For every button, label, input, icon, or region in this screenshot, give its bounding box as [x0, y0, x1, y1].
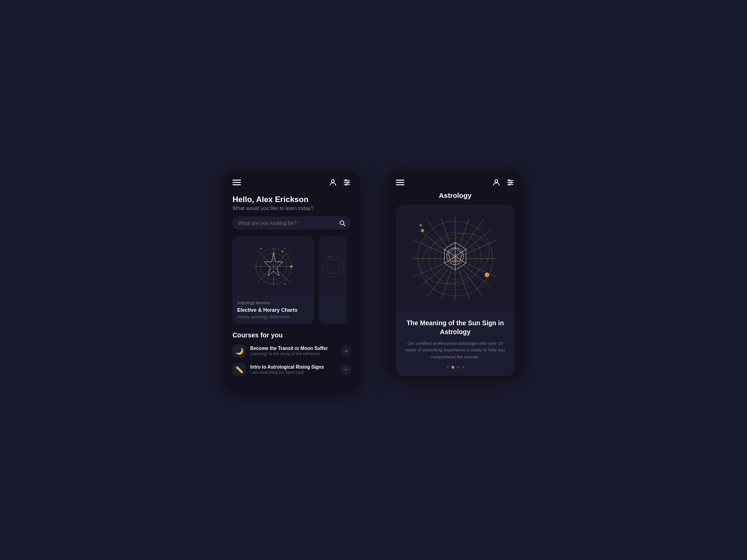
svg-point-28 [495, 180, 498, 182]
svg-line-36 [455, 220, 483, 259]
svg-text:✦: ✦ [418, 222, 423, 229]
phone-1: Hello, Alex Erickson What would you like… [224, 170, 359, 390]
phone2-page-title: Astrology [388, 191, 523, 205]
dot-1[interactable] [451, 366, 454, 369]
dot-3[interactable] [462, 366, 465, 369]
svg-point-4 [345, 180, 346, 181]
svg-point-25 [322, 256, 344, 278]
course-sub-0: Astrology is the study of the influence [250, 351, 336, 356]
sliders-icon-2[interactable] [506, 178, 514, 187]
card-title: Elective & Horary Charts [237, 307, 310, 313]
cards-row: ✦ ✦ ✦ Astrology lessons Elective & Horar… [224, 236, 359, 323]
greeting-section: Hello, Alex Erickson What would you like… [224, 191, 359, 217]
svg-line-16 [257, 251, 274, 266]
svg-line-47 [455, 218, 469, 259]
lesson-card-peek[interactable]: ✦ [319, 236, 347, 323]
svg-line-51 [441, 259, 455, 299]
greeting-hello: Hello, Alex Erickson [233, 195, 351, 204]
course-sub-1: I am searching for Tarot card [250, 370, 336, 375]
svg-line-8 [344, 224, 345, 226]
svg-point-61 [485, 273, 489, 277]
phone-2: Astrology [388, 170, 523, 376]
search-icon [339, 220, 345, 226]
course-icon-1: ✏️ [233, 363, 246, 376]
dot-2[interactable] [457, 366, 459, 369]
card-image-main: ✦ ✦ ✦ [233, 236, 314, 297]
lesson-card-main[interactable]: ✦ ✦ ✦ Astrology lessons Elective & Horar… [233, 236, 314, 323]
card-image-peek: ✦ [319, 236, 347, 297]
svg-text:✦: ✦ [284, 247, 286, 250]
big-card-desc: Our certified professional astrologer wi… [403, 340, 507, 360]
card-label: Astrology lessons [237, 301, 310, 305]
svg-line-42 [427, 259, 455, 297]
search-input[interactable] [238, 220, 335, 226]
course-info-1: Intro to Astrological Rising Signs I am … [250, 364, 336, 375]
big-card-image: ✦ [396, 205, 514, 312]
phone2-header [388, 170, 523, 191]
svg-text:✦: ✦ [260, 247, 262, 250]
big-card: ✦ The Meaning of the Sun Sign in Astrolo… [396, 205, 514, 376]
course-name-0: Become the Transit or Moon Suffer [250, 346, 336, 351]
header-icons-2 [492, 178, 514, 187]
svg-point-34 [509, 184, 510, 185]
arrow-btn-0[interactable]: → [341, 346, 351, 356]
big-card-body: The Meaning of the Sun Sign in Astrology… [396, 312, 514, 360]
svg-point-5 [347, 182, 349, 183]
svg-line-39 [455, 259, 497, 277]
card-body-main: Astrology lessons Elective & Horary Char… [233, 297, 314, 323]
course-icon-0: 🌙 [233, 344, 246, 357]
svg-point-62 [421, 229, 424, 232]
arrow-btn-1[interactable]: → [341, 364, 351, 375]
courses-section: Courses for you 🌙 Become the Transit or … [224, 324, 359, 390]
menu-icon[interactable] [233, 180, 241, 185]
dot-0[interactable] [446, 366, 449, 369]
svg-point-6 [345, 184, 347, 185]
svg-point-32 [508, 180, 510, 181]
svg-text:✦: ✦ [284, 283, 286, 286]
courses-title: Courses for you [233, 331, 351, 339]
svg-line-43 [413, 259, 455, 277]
course-item-0[interactable]: 🌙 Become the Transit or Moon Suffer Astr… [233, 344, 351, 357]
big-card-title: The Meaning of the Sun Sign in Astrology [403, 319, 507, 336]
course-name-1: Intro to Astrological Rising Signs [250, 364, 336, 370]
svg-line-12 [274, 266, 290, 282]
svg-line-14 [257, 266, 274, 282]
course-item-1[interactable]: ✏️ Intro to Astrological Rising Signs I … [233, 363, 351, 376]
course-info-0: Become the Transit or Moon Suffer Astrol… [250, 346, 336, 356]
phones-container: Hello, Alex Erickson What would you like… [224, 170, 523, 390]
search-bar [233, 217, 351, 230]
card-desc: Horary astrology determines [237, 315, 310, 319]
header-icons [329, 178, 351, 187]
dots-row [396, 366, 514, 369]
svg-point-26 [326, 259, 340, 273]
sliders-icon[interactable] [343, 178, 351, 187]
svg-point-0 [331, 180, 334, 182]
greeting-sub: What would you like to learn today? [233, 205, 351, 211]
person-icon[interactable] [329, 178, 337, 187]
menu-icon-2[interactable] [396, 180, 404, 185]
svg-text:✦: ✦ [329, 256, 331, 259]
person-icon-2[interactable] [492, 178, 500, 187]
phone1-header [224, 170, 359, 191]
svg-line-10 [274, 251, 290, 266]
svg-point-33 [511, 182, 512, 183]
svg-point-19 [290, 266, 292, 268]
svg-point-20 [282, 251, 283, 252]
